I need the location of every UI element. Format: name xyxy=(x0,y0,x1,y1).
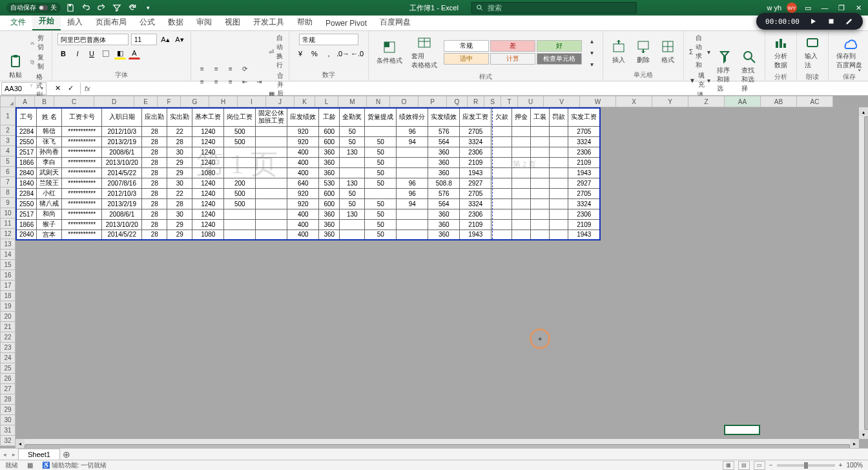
decimal-dec-icon[interactable]: ←.0 xyxy=(351,48,363,59)
minimize-icon[interactable]: — xyxy=(819,4,831,12)
qat-more-icon[interactable]: ▾ xyxy=(142,2,154,14)
menu-tab-视图[interactable]: 视图 xyxy=(218,14,247,30)
user-name[interactable]: w yh xyxy=(767,4,781,12)
cell-style-gallery[interactable]: 常规差好适中计算检查单元格 xyxy=(444,40,582,65)
enter-formula-icon[interactable]: ✓ xyxy=(65,83,76,94)
svg-rect-4 xyxy=(12,56,19,67)
menu-tab-百度网盘[interactable]: 百度网盘 xyxy=(373,14,417,30)
close-icon[interactable]: ✕ xyxy=(852,4,864,12)
auto-save-toggle[interactable]: 自动保存 关 xyxy=(6,3,61,13)
menu-tab-公式[interactable]: 公式 xyxy=(133,14,161,30)
ribbon-options-icon[interactable]: ▭ xyxy=(802,4,814,12)
wrap-text-button[interactable]: ⏎自动换行 xyxy=(269,34,284,70)
fill-button[interactable]: ▼填充▾ xyxy=(689,71,710,89)
menu-tab-审阅[interactable]: 审阅 xyxy=(190,14,218,30)
undo-icon[interactable] xyxy=(80,2,92,14)
align-bottom-icon[interactable]: ≡ xyxy=(225,63,236,74)
copy-button[interactable]: 复制 xyxy=(30,53,46,71)
align-top-icon[interactable]: ≡ xyxy=(196,63,208,74)
style-cell[interactable]: 差 xyxy=(490,40,535,52)
indent-dec-icon[interactable]: ⇤ xyxy=(239,76,251,87)
group-label: 样式 xyxy=(479,72,492,81)
currency-icon[interactable]: ¥ xyxy=(294,48,306,59)
gallery-down-icon[interactable]: ▾ xyxy=(586,47,597,58)
edit-icon[interactable] xyxy=(845,17,854,26)
increase-font-icon[interactable]: A▴ xyxy=(160,34,171,45)
search-box[interactable]: 搜索 xyxy=(471,2,637,14)
indent-inc-icon[interactable]: ⇥ xyxy=(253,76,265,87)
align-left-icon[interactable]: ≡ xyxy=(196,76,208,87)
menu-tab-插入[interactable]: 插入 xyxy=(61,14,89,30)
ime-button[interactable]: 输入法 xyxy=(802,34,823,71)
save-icon[interactable] xyxy=(65,2,76,14)
recorder-time: 00:00:00 xyxy=(765,17,800,26)
table-format-button[interactable]: 套用 表格格式 xyxy=(409,34,440,71)
font-size-select[interactable]: 11 xyxy=(131,34,157,45)
format-cells-button[interactable]: 格式 xyxy=(657,37,678,66)
refresh-icon[interactable] xyxy=(127,2,138,14)
user-avatar[interactable]: WY xyxy=(787,3,797,13)
merge-center-button[interactable]: ▦合并后居中 xyxy=(269,71,284,96)
title-bar: 自动保存 关 ▾ 工作簿1 - Excel 搜索 w yh WY ▭ — ❐ ✕ xyxy=(0,0,868,16)
style-cell[interactable]: 计算 xyxy=(490,53,535,65)
analyze-data-button[interactable]: 分析 数据 xyxy=(770,34,791,71)
align-middle-icon[interactable]: ≡ xyxy=(211,63,222,74)
svg-rect-26 xyxy=(807,39,818,47)
find-select-button[interactable]: 查找和选择 xyxy=(739,48,760,94)
group-label: 分析 xyxy=(774,72,787,81)
clear-button[interactable]: ◇清除▾ xyxy=(689,91,710,96)
menu-tab-开发工具[interactable]: 开发工具 xyxy=(247,14,291,30)
format-painter-button[interactable]: 格式刷 xyxy=(30,72,46,96)
number-format-select[interactable]: 常规 xyxy=(299,34,358,45)
orientation-icon[interactable]: ⟳ xyxy=(239,63,251,74)
menu-tab-数据[interactable]: 数据 xyxy=(161,14,190,30)
style-cell[interactable]: 好 xyxy=(537,40,582,52)
align-right-icon[interactable]: ≡ xyxy=(225,76,236,87)
underline-button[interactable]: U xyxy=(86,48,98,59)
paste-button[interactable]: 粘贴 xyxy=(5,52,26,81)
collapse-ribbon-icon[interactable]: ˅ xyxy=(854,67,865,78)
delete-cells-button[interactable]: 删除 xyxy=(633,37,654,66)
style-cell[interactable]: 检查单元格 xyxy=(537,53,582,65)
gallery-more-icon[interactable]: ▾ xyxy=(586,58,597,70)
baidu-save-button[interactable]: 保存到 百度网盘 xyxy=(834,34,865,71)
sort-filter-button[interactable]: 排序和筛选 xyxy=(714,48,735,94)
menu-tab-文件[interactable]: 文件 xyxy=(4,14,32,30)
percent-icon[interactable]: % xyxy=(309,48,320,59)
restore-icon[interactable]: ❐ xyxy=(836,4,847,12)
fill-color-button[interactable]: ◧ xyxy=(114,48,126,59)
cut-button[interactable]: 剪切 xyxy=(30,34,46,52)
gallery-up-icon[interactable]: ▴ xyxy=(586,35,597,47)
italic-button[interactable]: I xyxy=(72,48,83,59)
menu-tab-Power Pivot[interactable]: Power Pivot xyxy=(319,16,373,30)
font-name-select[interactable]: 阿里巴巴普惠体 xyxy=(57,34,129,45)
filter-icon[interactable] xyxy=(111,2,123,14)
bold-button[interactable]: B xyxy=(57,48,69,59)
play-icon[interactable] xyxy=(809,17,818,26)
stop-icon[interactable] xyxy=(827,17,836,26)
border-button[interactable] xyxy=(100,48,112,59)
comma-icon[interactable]: , xyxy=(323,48,335,59)
insert-cells-button[interactable]: 插入 xyxy=(608,37,629,66)
align-center-icon[interactable]: ≡ xyxy=(211,76,222,87)
menu-tab-帮助[interactable]: 帮助 xyxy=(291,14,319,30)
style-cell[interactable]: 常规 xyxy=(444,40,489,52)
menu-tab-开始[interactable]: 开始 xyxy=(32,13,61,30)
style-cell[interactable]: 适中 xyxy=(444,53,489,65)
menu-tab-页面布局[interactable]: 页面布局 xyxy=(89,14,133,30)
decrease-font-icon[interactable]: A▾ xyxy=(174,34,185,45)
toggle-off-icon xyxy=(39,5,48,10)
svg-rect-12 xyxy=(384,42,389,47)
screen-recorder-overlay[interactable]: 00:00:00 xyxy=(756,13,863,30)
redo-icon[interactable] xyxy=(96,2,107,14)
ribbon-group-cells: 插入 删除 格式 单元格 xyxy=(603,31,684,81)
conditional-format-button[interactable]: 条件格式 xyxy=(374,38,405,67)
search-icon xyxy=(476,4,484,12)
svg-line-22 xyxy=(751,59,755,63)
fx-icon[interactable]: fx xyxy=(81,85,94,92)
cancel-formula-icon[interactable]: ✕ xyxy=(52,83,63,94)
font-color-button[interactable]: A xyxy=(129,48,140,59)
autosum-button[interactable]: Σ自动求和▾ xyxy=(689,34,710,70)
svg-rect-23 xyxy=(776,41,778,48)
decimal-inc-icon[interactable]: .0→ xyxy=(337,48,349,59)
